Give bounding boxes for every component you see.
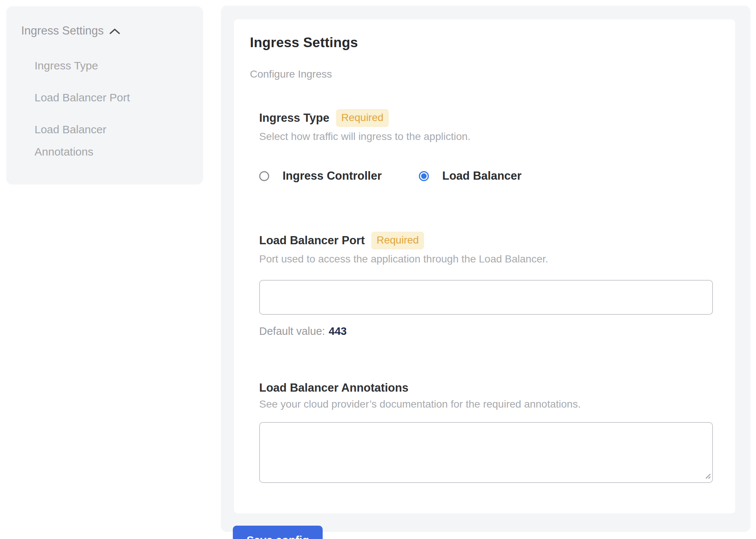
default-value: 443 xyxy=(329,325,346,337)
ingress-settings-panel: Ingress Settings Configure Ingress Ingre… xyxy=(221,6,750,532)
ingress-type-description: Select how traffic will ingress to the a… xyxy=(259,131,713,143)
default-value-line: Default value:443 xyxy=(259,325,713,337)
default-value-label: Default value: xyxy=(259,325,325,337)
sidebar-item-load-balancer-annotations[interactable]: Load Balancer Annotations xyxy=(35,118,136,163)
load-balancer-port-label: Load Balancer Port xyxy=(259,234,365,247)
ingress-settings-card: Ingress Settings Configure Ingress Ingre… xyxy=(234,19,735,513)
sidebar-group-ingress-settings[interactable]: Ingress Settings xyxy=(21,24,188,37)
radio-option-load-balancer[interactable]: Load Balancer xyxy=(419,169,522,183)
sidebar-item-ingress-type[interactable]: Ingress Type xyxy=(35,55,136,77)
load-balancer-annotations-description: See your cloud provider’s documentation … xyxy=(259,398,713,410)
ingress-type-label: Ingress Type xyxy=(259,111,329,125)
load-balancer-port-input[interactable] xyxy=(259,280,713,315)
ingress-type-radio-group: Ingress Controller Load Balancer xyxy=(259,169,713,183)
sidebar-item-list: Ingress Type Load Balancer Port Load Bal… xyxy=(21,55,136,163)
section-load-balancer-annotations: Load Balancer Annotations See your cloud… xyxy=(259,381,713,483)
section-load-balancer-port: Load Balancer Port Required Port used to… xyxy=(259,232,713,337)
sidebar-group-label: Ingress Settings xyxy=(21,24,104,37)
textarea-resize-handle-icon[interactable] xyxy=(703,471,711,481)
required-badge: Required xyxy=(371,232,424,249)
section-ingress-type: Ingress Type Required Select how traffic… xyxy=(259,109,713,183)
load-balancer-annotations-textarea[interactable] xyxy=(259,422,713,483)
save-config-button[interactable]: Save config xyxy=(233,526,323,539)
load-balancer-port-description: Port used to access the application thro… xyxy=(259,253,713,265)
radio-button-selected[interactable] xyxy=(419,171,429,181)
sidebar-item-load-balancer-port[interactable]: Load Balancer Port xyxy=(35,86,136,109)
radio-button-unselected[interactable] xyxy=(259,171,269,181)
radio-label-ingress-controller[interactable]: Ingress Controller xyxy=(283,169,382,183)
page-subtitle: Configure Ingress xyxy=(250,68,713,80)
load-balancer-annotations-label: Load Balancer Annotations xyxy=(259,381,408,395)
page-title: Ingress Settings xyxy=(250,35,713,50)
radio-option-ingress-controller[interactable]: Ingress Controller xyxy=(259,169,382,183)
settings-sidebar: Ingress Settings Ingress Type Load Balan… xyxy=(6,6,203,184)
required-badge: Required xyxy=(336,109,389,127)
chevron-up-icon xyxy=(109,27,121,36)
radio-label-load-balancer[interactable]: Load Balancer xyxy=(442,169,522,183)
